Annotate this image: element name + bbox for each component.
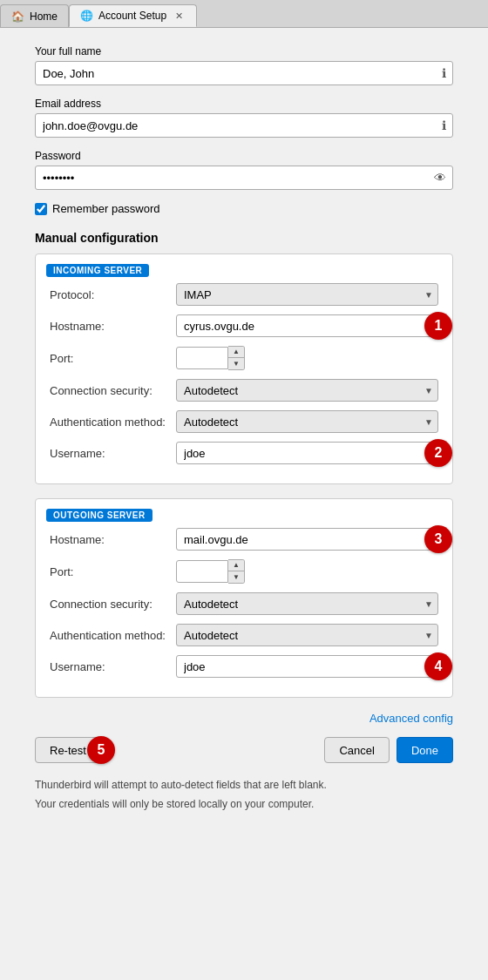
- info-icon-fullname: ℹ: [442, 66, 446, 80]
- incoming-port-row: Port: ▲ ▼: [50, 346, 438, 370]
- incoming-hostname-row: Hostname: 1: [50, 314, 438, 337]
- incoming-connection-select[interactable]: Autodetect None STARTTLS SSL/TLS: [176, 379, 438, 402]
- incoming-auth-select[interactable]: Autodetect Normal password OAuth2: [176, 410, 438, 433]
- incoming-hostname-label: Hostname:: [50, 320, 176, 333]
- incoming-port-label: Port:: [50, 352, 176, 365]
- incoming-username-label: Username:: [50, 447, 176, 460]
- advanced-config-link[interactable]: Advanced config: [35, 712, 453, 725]
- done-button[interactable]: Done: [396, 737, 453, 763]
- outgoing-connection-row: Connection security: Autodetect None STA…: [50, 592, 438, 615]
- outgoing-hostname-control: 3: [176, 528, 438, 551]
- incoming-server-section: INCOMING SERVER Protocol: IMAP POP3 ▼ Ho…: [35, 253, 453, 484]
- incoming-port-spinner: ▲ ▼: [228, 346, 245, 370]
- incoming-port-up[interactable]: ▲: [228, 347, 244, 358]
- outgoing-connection-select[interactable]: Autodetect None STARTTLS SSL/TLS: [176, 592, 438, 615]
- remember-checkbox[interactable]: [35, 203, 47, 215]
- password-input[interactable]: [35, 166, 453, 190]
- password-group: Password 👁: [35, 150, 453, 190]
- outgoing-port-row: Port: ▲ ▼: [50, 559, 438, 584]
- outgoing-auth-label: Authentication method:: [50, 629, 176, 642]
- retest-wrapper: Re-test 5: [35, 737, 101, 763]
- outgoing-connection-control: Autodetect None STARTTLS SSL/TLS ▼: [176, 592, 438, 615]
- retest-button[interactable]: Re-test: [35, 737, 101, 763]
- cancel-button[interactable]: Cancel: [324, 737, 389, 763]
- footer-line1: Thunderbird will attempt to auto-detect …: [35, 777, 453, 793]
- incoming-protocol-control: IMAP POP3 ▼: [176, 283, 438, 306]
- tab-home[interactable]: 🏠 Home: [0, 4, 69, 27]
- fullname-input[interactable]: [35, 61, 453, 85]
- incoming-port-control: ▲ ▼: [176, 346, 438, 370]
- tab-bar: 🏠 Home 🌐 Account Setup ✕: [0, 0, 488, 28]
- footer-line2: Your credentials will only be stored loc…: [35, 796, 453, 812]
- password-label: Password: [35, 150, 453, 162]
- outgoing-hostname-input[interactable]: [176, 528, 438, 551]
- outgoing-port-down[interactable]: ▼: [228, 571, 244, 583]
- main-content: Your full name ℹ Email address ℹ Passwor…: [0, 28, 488, 833]
- outgoing-username-input[interactable]: [176, 655, 438, 678]
- outgoing-username-control: 4: [176, 655, 438, 678]
- fullname-group: Your full name ℹ: [35, 45, 453, 85]
- incoming-protocol-select[interactable]: IMAP POP3: [176, 283, 438, 306]
- outgoing-username-label: Username:: [50, 660, 176, 673]
- incoming-hostname-input[interactable]: [176, 314, 438, 337]
- outgoing-auth-row: Authentication method: Autodetect Normal…: [50, 624, 438, 646]
- outgoing-connection-label: Connection security:: [50, 598, 176, 611]
- incoming-hostname-control: 1: [176, 314, 438, 337]
- email-input-wrapper: ℹ: [35, 113, 453, 138]
- remember-row: Remember password: [35, 202, 453, 215]
- outgoing-port-up[interactable]: ▲: [228, 560, 244, 571]
- globe-icon: 🌐: [80, 10, 93, 22]
- incoming-auth-row: Authentication method: Autodetect Normal…: [50, 410, 438, 433]
- outgoing-badge-bar: OUTGOING SERVER: [46, 508, 152, 521]
- tab-close-button[interactable]: ✕: [172, 9, 186, 23]
- outgoing-server-section: OUTGOING SERVER Hostname: 3 Port: ▲: [35, 498, 453, 698]
- tab-home-label: Home: [30, 10, 58, 23]
- remember-label: Remember password: [52, 202, 160, 215]
- info-icon-email: ℹ: [442, 118, 446, 132]
- incoming-port-input[interactable]: [176, 347, 228, 369]
- incoming-connection-label: Connection security:: [50, 384, 176, 397]
- outgoing-fields: Hostname: 3 Port: ▲ ▼: [36, 528, 452, 697]
- outgoing-port-control: ▲ ▼: [176, 559, 438, 584]
- home-icon: 🏠: [11, 10, 24, 23]
- outgoing-auth-select[interactable]: Autodetect Normal password OAuth2: [176, 624, 438, 646]
- outgoing-server-badge: OUTGOING SERVER: [46, 509, 152, 522]
- incoming-connection-row: Connection security: Autodetect None STA…: [50, 379, 438, 402]
- email-input[interactable]: [35, 113, 453, 138]
- incoming-protocol-label: Protocol:: [50, 288, 176, 301]
- incoming-protocol-row: Protocol: IMAP POP3 ▼: [50, 283, 438, 306]
- outgoing-username-row: Username: 4: [50, 655, 438, 678]
- tab-account-setup[interactable]: 🌐 Account Setup ✕: [69, 4, 197, 27]
- password-input-wrapper: 👁: [35, 166, 453, 190]
- incoming-connection-control: Autodetect None STARTTLS SSL/TLS ▼: [176, 379, 438, 402]
- incoming-username-control: 2: [176, 442, 438, 464]
- email-label: Email address: [35, 98, 453, 110]
- incoming-username-input[interactable]: [176, 442, 438, 464]
- outgoing-port-label: Port:: [50, 565, 176, 578]
- incoming-port-wrapper: ▲ ▼: [176, 346, 438, 370]
- incoming-badge-bar: INCOMING SERVER: [46, 263, 149, 276]
- outgoing-auth-control: Autodetect Normal password OAuth2 ▼: [176, 624, 438, 646]
- incoming-auth-control: Autodetect Normal password OAuth2 ▼: [176, 410, 438, 433]
- incoming-username-row: Username: 2: [50, 442, 438, 464]
- incoming-server-badge: INCOMING SERVER: [46, 264, 149, 277]
- fullname-label: Your full name: [35, 45, 453, 57]
- outgoing-hostname-row: Hostname: 3: [50, 528, 438, 551]
- incoming-auth-label: Authentication method:: [50, 416, 176, 429]
- footer-text: Thunderbird will attempt to auto-detect …: [35, 777, 453, 812]
- manual-config-title: Manual configuration: [35, 231, 453, 245]
- tab-account-setup-label: Account Setup: [98, 10, 166, 22]
- email-group: Email address ℹ: [35, 98, 453, 138]
- button-row: Re-test 5 Cancel Done: [35, 737, 453, 763]
- outgoing-port-wrapper: ▲ ▼: [176, 559, 438, 584]
- eye-icon[interactable]: 👁: [434, 171, 446, 185]
- outgoing-hostname-label: Hostname:: [50, 533, 176, 546]
- incoming-fields: Protocol: IMAP POP3 ▼ Hostname: 1: [36, 283, 452, 483]
- outgoing-port-spinner: ▲ ▼: [228, 559, 245, 584]
- incoming-port-down[interactable]: ▼: [228, 358, 244, 369]
- btn-group-right: Cancel Done: [324, 737, 453, 763]
- fullname-input-wrapper: ℹ: [35, 61, 453, 85]
- outgoing-port-input[interactable]: [176, 560, 228, 583]
